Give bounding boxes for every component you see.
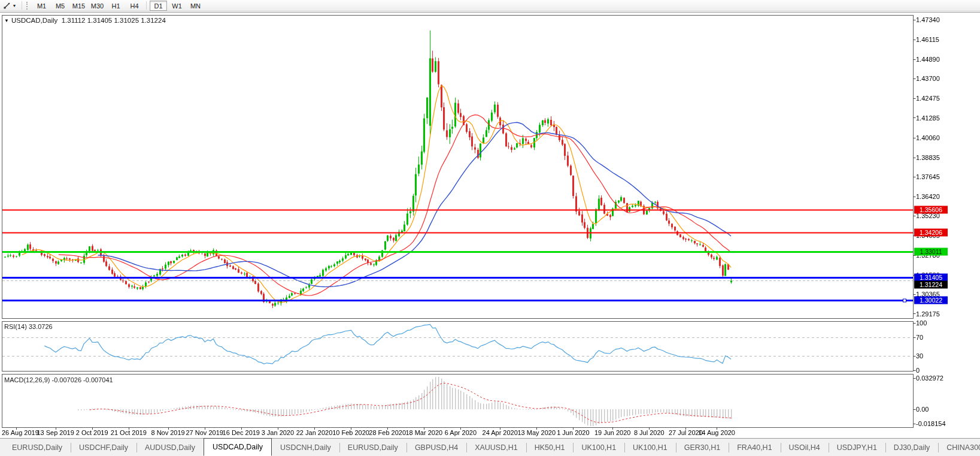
time-axis-label: 18 Mar 2020 [405, 429, 442, 436]
tab-separator [624, 443, 625, 452]
chart-tab-audusd-daily[interactable]: AUDUSD,Daily [136, 439, 204, 456]
tab-label: GER30,H1 [684, 443, 720, 452]
ohlc-values: 1.31112 1.31405 1.31025 1.31224 [62, 17, 166, 24]
chart-tabs: EURUSD,DailyUSDCHF,DailyAUDUSD,DailyUSDC… [4, 439, 980, 456]
time-axis-label: 1 Jun 2020 [557, 429, 589, 436]
rsi-axis-label: 100 [916, 319, 927, 327]
rsi-axis-label: 70 [916, 334, 923, 341]
macd-axis-label: -0.018154 [916, 420, 946, 427]
tab-separator [526, 443, 527, 452]
time-axis-label: 28 Feb 2020 [369, 429, 406, 436]
price-axis-label: 1.42475 [916, 95, 940, 102]
trading-terminal-window: ▾ M1M5M15M30H1H4D1W1MN ▼USDCAD,Daily 1.3… [0, 0, 980, 456]
price-axis-label: 1.41285 [916, 114, 940, 122]
chart-tab-china300-h1[interactable]: CHINA300,H1 [938, 439, 980, 456]
chart-tab-uk100-h1[interactable]: UK100,H1 [573, 439, 624, 456]
price-level-badge: 1.30022 [914, 296, 948, 304]
time-axis-label: 13 May 2020 [517, 429, 556, 436]
price-level-badge: 1.31224 [914, 281, 948, 289]
time-axis-label: 19 Jun 2020 [594, 429, 631, 436]
tab-label: FRA40,H1 [737, 443, 772, 452]
chart-tab-usdjpy-h1[interactable]: USDJPY,H1 [829, 439, 885, 456]
time-axis-label: 27 Nov 2019 [186, 429, 223, 436]
tab-separator [573, 443, 574, 452]
time-axis-label: 24 Apr 2020 [483, 429, 518, 436]
price-axis-label: 1.37645 [916, 173, 940, 180]
macd-axis-label: 0.032972 [916, 375, 943, 382]
price-axis-label: 1.44890 [916, 56, 940, 63]
chart-tab-fra40-h1[interactable]: FRA40,H1 [729, 439, 780, 456]
chart-symbol-ohlc-label: ▼USDCAD,Daily 1.31112 1.31405 1.31025 1.… [4, 17, 166, 24]
time-axis-label: 3 Jan 2020 [262, 429, 294, 436]
tab-separator [466, 443, 467, 452]
tab-label: USDCAD,Daily [213, 443, 263, 451]
time-axis-label: 16 Dec 2019 [223, 429, 260, 436]
price-chart-canvas[interactable] [0, 0, 980, 456]
time-axis-label: 26 Aug 2019 [2, 429, 39, 436]
chart-tab-eurusd-daily[interactable]: EURUSD,Daily [339, 439, 406, 456]
price-axis-label: 1.46115 [916, 36, 939, 43]
time-axis-label: 14 Aug 2020 [698, 429, 735, 436]
chart-tab-ger30-h1[interactable]: GER30,H1 [676, 439, 729, 456]
tab-label: AUDUSD,Daily [145, 443, 195, 452]
time-axis-label: 13 Sep 2019 [37, 429, 74, 436]
tab-label: USDCHF,Daily [79, 443, 128, 452]
price-level-badge: 1.33011 [914, 247, 948, 255]
time-axis-label: 8 Nov 2019 [151, 429, 184, 436]
price-level-badge: 1.34206 [914, 228, 948, 236]
chart-tab-usdchf-daily[interactable]: USDCHF,Daily [71, 439, 136, 456]
tab-label: DJ30,Daily [894, 443, 930, 452]
tab-separator [71, 443, 71, 452]
rsi-indicator-label: RSI(14) 33.0726 [4, 323, 53, 330]
price-axis-label: 1.40060 [916, 134, 940, 141]
tab-label: EURUSD,Daily [348, 443, 398, 452]
chart-tab-xauusd-h1[interactable]: XAUUSD,H1 [466, 439, 526, 456]
tab-separator [406, 443, 407, 452]
tab-label: GBPUSD,H4 [415, 443, 458, 452]
tab-label: UK100,H1 [633, 443, 668, 452]
tab-label: USOil,H4 [789, 443, 820, 452]
time-axis-label: 22 Jan 2020 [296, 429, 333, 436]
chart-tab-uk100-h1[interactable]: UK100,H1 [624, 439, 676, 456]
tab-separator [885, 443, 886, 452]
tab-label: UK100,H1 [581, 443, 616, 452]
tab-label: XAUUSD,H1 [475, 443, 518, 452]
price-axis-label: 1.47340 [916, 16, 940, 23]
price-level-badge: 1.35606 [914, 206, 948, 213]
tab-label: USDCNH,Daily [280, 443, 331, 452]
price-axis-label: 1.36420 [916, 193, 940, 200]
chart-tab-usdcad-daily[interactable]: USDCAD,Daily [204, 438, 272, 456]
tab-separator [729, 443, 729, 452]
chart-tab-dj30-daily[interactable]: DJ30,Daily [885, 439, 938, 456]
chart-tab-gbpusd-h4[interactable]: GBPUSD,H4 [406, 439, 466, 456]
tab-label: CHINA300,H1 [946, 443, 980, 452]
collapse-triangle-icon[interactable]: ▼ [4, 18, 9, 23]
tab-label: USDJPY,H1 [837, 443, 877, 452]
rsi-axis-label: 0 [916, 367, 920, 374]
tab-separator [938, 443, 939, 452]
rsi-axis-label: 30 [916, 352, 923, 360]
tab-separator [136, 443, 137, 452]
tab-separator [781, 443, 781, 452]
tab-label: EURUSD,Daily [12, 443, 62, 452]
price-axis-label: 1.38835 [916, 154, 940, 161]
chart-tab-usoil-h4[interactable]: USOil,H4 [781, 439, 829, 456]
macd-axis-label: 0.00 [916, 406, 929, 413]
time-axis-label: 10 Feb 2020 [332, 429, 369, 436]
tab-label: HK50,H1 [535, 443, 565, 452]
chart-tab-usdcnh-daily[interactable]: USDCNH,Daily [272, 439, 339, 456]
symbol-name: USDCAD,Daily [11, 17, 57, 24]
time-axis-label: 6 Apr 2020 [445, 429, 477, 436]
chart-tab-eurusd-daily[interactable]: EURUSD,Daily [4, 439, 71, 456]
tab-separator [676, 443, 676, 452]
time-axis-label: 2 Oct 2019 [76, 429, 108, 436]
price-axis-label: 1.43700 [916, 75, 940, 82]
chart-tab-bar: EURUSD,DailyUSDCHF,DailyAUDUSD,DailyUSDC… [0, 438, 980, 456]
price-axis-label: 1.29175 [916, 310, 940, 318]
chart-tab-hk50-h1[interactable]: HK50,H1 [526, 439, 574, 456]
time-axis-label: 21 Oct 2019 [111, 429, 147, 436]
time-axis-label: 8 Jul 2020 [634, 429, 665, 436]
macd-indicator-label: MACD(12,26,9) -0.007026 -0.007041 [4, 376, 113, 383]
tab-separator [829, 443, 829, 452]
tab-separator [339, 443, 340, 452]
